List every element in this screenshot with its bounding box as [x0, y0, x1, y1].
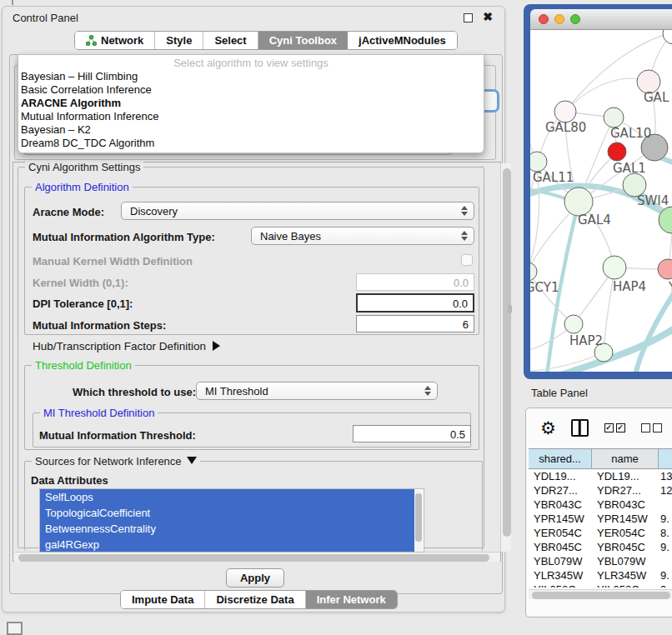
split-pane-handle[interactable]: [508, 305, 512, 313]
table-cell: YBR045C: [529, 541, 592, 555]
apply-button[interactable]: Apply: [226, 568, 284, 588]
table-cell: YBR043C: [592, 498, 659, 512]
attribute-items: SelfLoopsTopologicalCoefficientBetweenne…: [40, 489, 424, 552]
control-panel-window: Control Panel ✖ NetworkStyleSelectCyni T…: [2, 6, 505, 612]
node-top-partial[interactable]: [663, 30, 672, 44]
mi-steps-input[interactable]: 6: [356, 315, 474, 332]
tab-cyni-toolbox[interactable]: Cyni Toolbox: [258, 32, 348, 49]
node-gal11[interactable]: [530, 152, 547, 172]
table-row[interactable]: YBR045CYBR045C9.: [529, 541, 672, 555]
tab-network[interactable]: Network: [75, 32, 155, 49]
dpi-tolerance-input[interactable]: 0.0: [356, 293, 474, 312]
table-row[interactable]: YPR145WYPR145W9.: [529, 512, 672, 527]
table-horizontal-scrollbar[interactable]: [529, 589, 672, 599]
tab-label: Style: [166, 34, 192, 47]
column-header-name[interactable]: name: [592, 449, 659, 468]
table-cell: YBR045C: [592, 541, 659, 555]
algorithm-option[interactable]: Dream8 DC_TDC Algorithm: [18, 137, 484, 150]
aracne-mode-value: Discovery: [130, 205, 178, 218]
attribute-item[interactable]: gal4RGexp: [40, 537, 414, 552]
gear-icon[interactable]: ⚙: [540, 418, 556, 438]
node-gcy1[interactable]: [530, 262, 537, 281]
network-window-titlebar[interactable]: [530, 9, 672, 30]
node-table: shared...name YDL19...YDL19...13YDR27...…: [529, 448, 672, 617]
tab-jactivemnodules[interactable]: jActiveMNodules: [348, 32, 457, 49]
attribute-item[interactable]: BetweennessCentrality: [40, 521, 414, 537]
column-header-shared...[interactable]: shared...: [529, 449, 592, 468]
algorithm-option[interactable]: Mutual Information Inference: [18, 110, 484, 123]
algorithm-option[interactable]: Bayesian – K2: [18, 123, 484, 137]
bottom-tab-discretize-data[interactable]: Discretize Data: [205, 591, 305, 608]
split-columns-icon[interactable]: [571, 419, 589, 437]
attributes-scrollbar[interactable]: [414, 490, 423, 552]
dpi-tolerance-label: DPI Tolerance [0,1]:: [33, 298, 133, 310]
deselect-all-icon[interactable]: [641, 423, 662, 432]
bottom-tab-bar: Impute DataDiscretize DataInfer Network: [120, 590, 398, 609]
node-gal1-red[interactable]: [608, 142, 626, 161]
kernel-width-label: Kernel Width (0,1):: [33, 277, 128, 289]
algorithm-option[interactable]: Basic Correlation Inference: [18, 83, 484, 97]
node-hap4[interactable]: [603, 256, 626, 279]
algorithm-option[interactable]: Bayesian – Hill Climbing: [18, 70, 484, 83]
close-traffic-light[interactable]: [539, 14, 549, 24]
algorithm-option[interactable]: ARACNE Algorithm: [18, 97, 484, 110]
minimize-traffic-light[interactable]: [554, 14, 564, 24]
popup-placeholder: Select algorithm to view settings: [18, 57, 484, 70]
table-row[interactable]: YBR043CYBR043C: [529, 498, 672, 512]
table-row[interactable]: YDR27...YDR27...12: [529, 484, 672, 498]
expander-right-icon: [213, 341, 220, 351]
attribute-item[interactable]: SelfLoops: [40, 489, 414, 505]
node-hap2[interactable]: [564, 315, 583, 333]
scrollbar-thumb[interactable]: [503, 168, 511, 537]
table-row[interactable]: YBL079WYBL079W: [529, 555, 672, 569]
settings-vertical-scrollbar[interactable]: [500, 163, 511, 552]
kernel-width-input[interactable]: 0.0: [356, 273, 474, 291]
settings-horizontal-scrollbar[interactable]: [14, 552, 500, 562]
bottom-tab-impute-data[interactable]: Impute Data: [121, 591, 205, 608]
attribute-item[interactable]: TopologicalCoefficient: [40, 505, 414, 521]
node-hap4-label: HAP4: [613, 279, 646, 294]
dock-panel-icon[interactable]: [7, 622, 23, 635]
node-gal-pink-label: GAL: [644, 90, 669, 105]
control-panel-tab-bar: NetworkStyleSelectCyni ToolboxjActiveMNo…: [74, 31, 458, 50]
mi-steps-label: Mutual Information Steps:: [33, 319, 166, 332]
close-panel-icon[interactable]: ✖: [483, 10, 493, 23]
sources-group-title[interactable]: Sources for Network Inference: [32, 455, 200, 468]
zoom-traffic-light[interactable]: [570, 14, 580, 24]
mi-type-label: Mutual Information Algorithm Type:: [33, 231, 215, 243]
network-canvas[interactable]: GALGAL80GAL10GAL1GAL11SWI4GAL4GCY1HAP4YH…: [530, 30, 672, 372]
application-root: Control Panel ✖ NetworkStyleSelectCyni T…: [0, 0, 672, 635]
stepper-arrows-icon: [461, 231, 468, 241]
mi-threshold-input[interactable]: 0.5: [353, 425, 471, 442]
mi-type-combo[interactable]: Naive Bayes: [251, 227, 474, 245]
node-hap2-label: HAP2: [569, 333, 603, 348]
cyni-settings-title: Cyni Algorithm Settings: [25, 161, 143, 173]
float-window-icon[interactable]: [464, 13, 473, 22]
table-cell: YDR27...: [592, 484, 659, 498]
manual-kernel-checkbox[interactable]: [461, 254, 473, 266]
node-salmon[interactable]: [658, 259, 672, 279]
popup-item-list: Bayesian – Hill ClimbingBasic Correlatio…: [18, 70, 484, 150]
which-threshold-label: Which threshold to use:: [73, 386, 196, 398]
aracne-mode-combo[interactable]: Discovery: [121, 202, 474, 220]
select-all-icon[interactable]: ✓✓: [604, 423, 625, 432]
table-cell: 8.: [659, 527, 672, 541]
scrollbar-thumb[interactable]: [18, 554, 489, 562]
table-cell: 9.: [659, 512, 672, 527]
table-row[interactable]: YDL19...YDL19...13: [529, 470, 672, 484]
column-header-clipped[interactable]: [659, 449, 672, 468]
table-row[interactable]: YIL052CYIL052C9.: [529, 583, 672, 588]
hub-factor-expander[interactable]: Hub/Transcription Factor Definition: [33, 340, 220, 352]
table-toolbar: ⚙ ✓✓: [526, 408, 672, 448]
node-gal10[interactable]: [604, 108, 624, 128]
scrollbar-thumb[interactable]: [532, 592, 670, 599]
scrollbar-thumb[interactable]: [415, 493, 422, 542]
bottom-tab-infer-network[interactable]: Infer Network: [306, 591, 397, 608]
table-row[interactable]: YER054CYER054C8.: [529, 527, 672, 541]
node-gal4[interactable]: [564, 188, 593, 216]
network-graph: GALGAL80GAL10GAL1GAL11SWI4GAL4GCY1HAP4YH…: [530, 30, 672, 372]
table-row[interactable]: YLR345WYLR345W9.: [529, 569, 672, 583]
tab-style[interactable]: Style: [155, 32, 203, 49]
tab-select[interactable]: Select: [203, 32, 258, 49]
which-threshold-combo[interactable]: MI Threshold: [196, 382, 438, 400]
